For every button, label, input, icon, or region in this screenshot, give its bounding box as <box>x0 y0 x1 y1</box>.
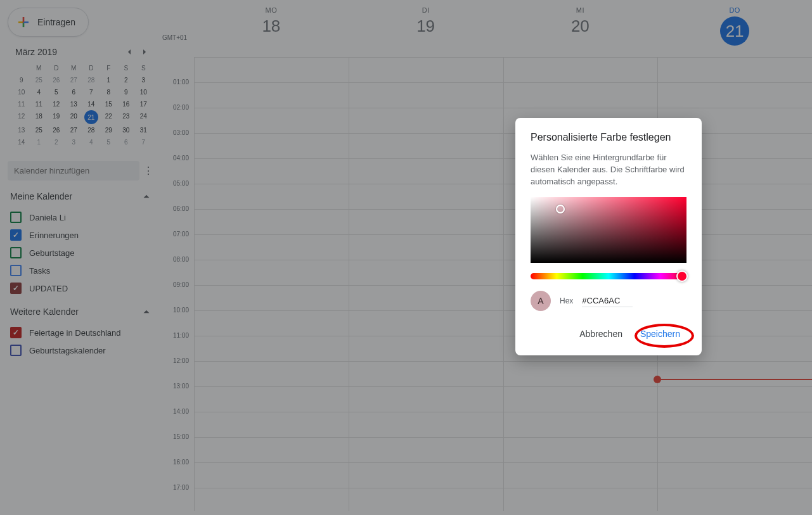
hue-thumb[interactable] <box>676 270 688 282</box>
hex-input[interactable] <box>582 295 633 307</box>
hue-slider[interactable] <box>531 273 686 279</box>
dialog-description: Wählen Sie eine Hintergrundfarbe für die… <box>531 152 686 188</box>
cancel-button[interactable]: Abbrechen <box>573 324 629 344</box>
saturation-cursor[interactable] <box>556 205 565 213</box>
dialog-title: Personalisierte Farbe festlegen <box>531 132 686 143</box>
hex-label: Hex <box>560 296 573 305</box>
save-button[interactable]: Speichern <box>634 324 686 344</box>
color-preview: A <box>531 291 551 311</box>
saturation-picker[interactable] <box>531 197 686 263</box>
color-picker-dialog: Personalisierte Farbe festlegen Wählen S… <box>515 118 702 355</box>
